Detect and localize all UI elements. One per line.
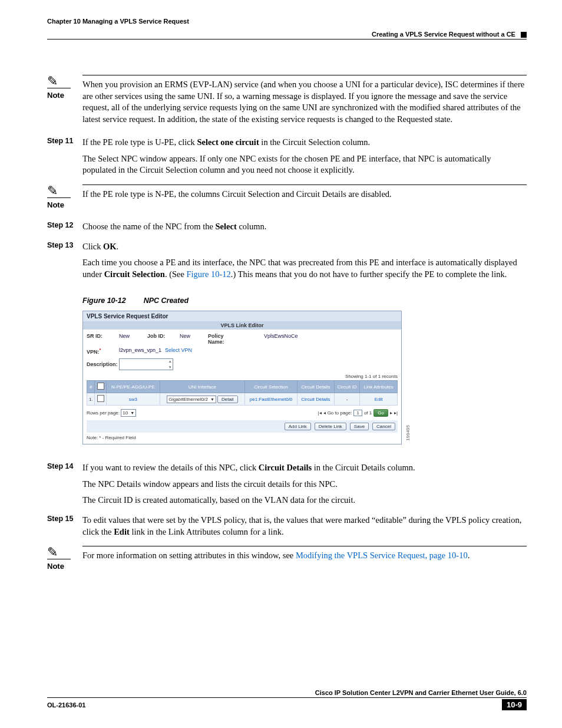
cancel-button[interactable]: Cancel: [372, 423, 395, 430]
step-11: Step 11 If the PE role type is U-PE, cli…: [47, 137, 527, 181]
note-block-1: ✎ Note When you provision an ERMS (EVP-L…: [47, 75, 527, 125]
footer-docid: OL-21636-01: [47, 701, 85, 709]
step-13: Step 13 Click OK. Each time you choose a…: [47, 241, 527, 285]
delete-link-button[interactable]: Delete Link: [315, 423, 346, 430]
go-button[interactable]: Go: [373, 409, 388, 417]
pencil-icon: ✎: [47, 185, 82, 197]
pe-link[interactable]: sw3: [106, 393, 160, 406]
step-14: Step 14 If you want to review the detail…: [47, 462, 527, 511]
uni-dropdown[interactable]: GigabitEthernet0/2▼: [167, 396, 216, 403]
note-label: Note: [47, 562, 82, 571]
page-first-icon[interactable]: |◂: [318, 410, 322, 416]
page-last-icon[interactable]: ▸|: [394, 410, 398, 416]
checkbox-header[interactable]: [97, 383, 104, 390]
save-button[interactable]: Save: [350, 423, 369, 430]
required-note: Note: * - Required Field: [87, 435, 398, 440]
note-block-3: ✎ Note For more information on setting a…: [47, 546, 527, 571]
pencil-icon: ✎: [47, 75, 82, 88]
page-next-icon[interactable]: ▸: [390, 410, 392, 416]
select-vpn-link[interactable]: Select VPN: [165, 347, 192, 355]
note-label: Note: [47, 91, 82, 100]
footer-guide: Cisco IP Solution Center L2VPN and Carri…: [47, 689, 527, 696]
step-label: Step 11: [47, 137, 82, 181]
chevron-down-icon: ▼: [130, 411, 134, 415]
figure-subtitle: VPLS Link Editor: [83, 321, 401, 330]
modify-vpls-link[interactable]: Modifying the VPLS Service Request, page…: [296, 551, 468, 560]
edit-link[interactable]: Edit: [360, 393, 398, 406]
note-text-2: If the PE role type is N-PE, the columns…: [82, 189, 392, 199]
rows-per-page-dropdown[interactable]: 10▼: [121, 409, 136, 417]
table-row: 1. sw3 GigabitEthernet0/2▼ Detail pe1:Fa…: [87, 393, 398, 406]
row-checkbox[interactable]: [97, 395, 104, 402]
link-table: # N-PE/PE-AGG/U-PE UNI Interface Circuit…: [87, 380, 398, 406]
figure-id: 199495: [405, 425, 411, 441]
figure-title: VPLS Service Request Editor: [83, 311, 401, 321]
records-count: Showing 1-1 of 1 records: [87, 374, 398, 379]
detail-button[interactable]: Detail: [217, 396, 237, 403]
header-left: Chapter 10 Managing a VPLS Service Reque…: [47, 18, 527, 25]
description-textarea[interactable]: ▴▾: [119, 358, 173, 370]
figure-caption: Figure 10-12NPC Created: [82, 297, 527, 305]
figure-link[interactable]: Figure 10-12: [187, 269, 231, 279]
page-footer: Cisco IP Solution Center L2VPN and Carri…: [47, 689, 527, 710]
page-prev-icon[interactable]: ◂: [323, 410, 326, 416]
header-rule: [47, 39, 527, 39]
add-link-button[interactable]: Add Link: [285, 423, 311, 430]
header-marker-icon: [521, 32, 527, 38]
page-input[interactable]: 1: [353, 410, 362, 416]
step-12: Step 12 Choose the name of the NPC from …: [47, 221, 527, 238]
figure-vpls-editor: VPLS Service Request Editor VPLS Link Ed…: [82, 311, 402, 444]
note-block-2: ✎ Note If the PE role type is N-PE, the …: [47, 185, 527, 209]
circuit-details-link[interactable]: Circuit Details: [297, 393, 335, 406]
header-right: Creating a VPLS Service Request without …: [372, 31, 515, 38]
step-15: Step 15 To edit values that were set by …: [47, 515, 527, 542]
note-label: Note: [47, 200, 82, 209]
note-text-1: When you provision an ERMS (EVP-LAN) ser…: [82, 80, 524, 124]
pencil-icon: ✎: [47, 546, 82, 559]
page-number-badge: 10-9: [502, 699, 527, 710]
chevron-down-icon: ▼: [210, 397, 214, 401]
circuit-selection-link[interactable]: pe1:FastEthernet0/0: [244, 393, 297, 406]
